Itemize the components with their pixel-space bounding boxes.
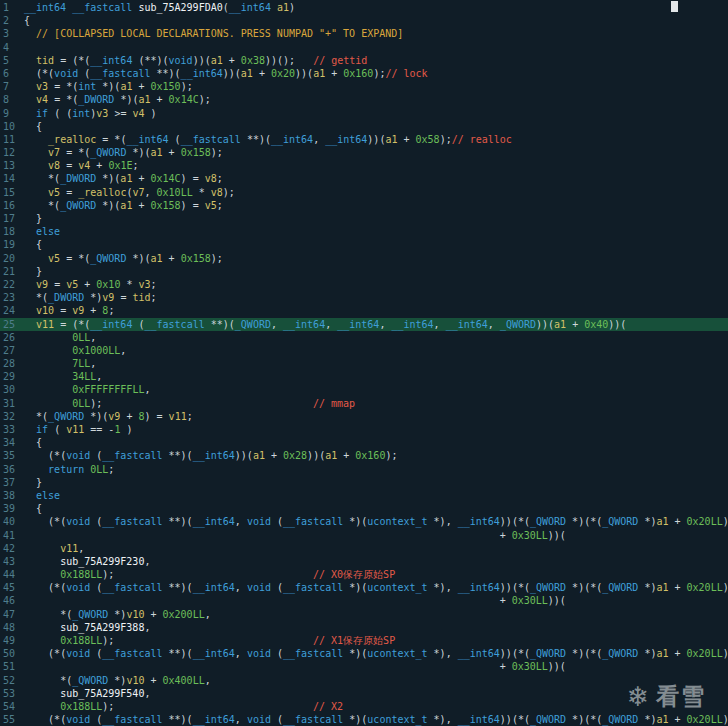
code-line[interactable]: 39 { — [0, 502, 728, 515]
code-token: a1 — [241, 68, 253, 79]
code-token: if — [36, 108, 48, 119]
code-line[interactable]: 12 v7 = *(_QWORD *)(a1 + 0x158); — [0, 146, 728, 159]
code-line[interactable]: 11 _realloc = *(__int64 (__fastcall **)(… — [0, 133, 728, 146]
code-token: , — [205, 609, 211, 620]
code-line[interactable]: 6 (*(void (__fastcall **)(__int64))(a1 +… — [0, 67, 728, 80]
code-line[interactable]: 45 (*(void (__fastcall **)(__int64, void… — [0, 581, 728, 594]
code-line[interactable]: 17 } — [0, 212, 728, 225]
code-line[interactable]: 8 v4 = *(_DWORD *)(a1 + 0x14C); — [0, 93, 728, 106]
code-line[interactable]: 48 sub_75A299F388, — [0, 621, 728, 634]
code-token: v11 — [169, 411, 187, 422]
code-token: ); — [211, 147, 223, 158]
code-token: , — [90, 332, 96, 343]
code-line[interactable]: 19 { — [0, 238, 728, 251]
code-line[interactable]: 30 0xFFFFFFFFLL, — [0, 383, 728, 396]
code-token: ; — [108, 305, 114, 316]
code-line[interactable]: 36 return 0LL; — [0, 463, 728, 476]
code-token: _QWORD — [602, 582, 638, 593]
code-token — [24, 503, 36, 514]
code-line[interactable]: 21 } — [0, 265, 728, 278]
code-line[interactable]: 47 *(_QWORD *)v10 + 0x200LL, — [0, 608, 728, 621]
code-line[interactable]: 4 — [0, 41, 728, 54]
code-line[interactable]: 55 (*(void (__fastcall **)(__int64, void… — [0, 713, 728, 726]
code-line[interactable]: 51 + 0x30LL))( — [0, 660, 728, 673]
code-token: _QWORD — [72, 609, 108, 620]
code-line[interactable]: 7 v3 = *(int *)(a1 + 0x150); — [0, 80, 728, 93]
code-line[interactable]: 26 0LL, — [0, 331, 728, 344]
code-line[interactable]: 53 sub_75A299F540, — [0, 687, 728, 700]
code-token: v8 — [211, 187, 223, 198]
code-token: *)( — [349, 516, 367, 527]
code-token: __int64 — [193, 648, 235, 659]
code-line[interactable]: 1__int64 __fastcall sub_75A299FDA0(__int… — [0, 1, 728, 14]
code-text: v7 = *(_QWORD *)(a1 + 0x158); — [24, 146, 223, 159]
code-line[interactable]: 16 *(_QWORD *)(a1 + 0x158) = v5; — [0, 199, 728, 212]
code-line[interactable]: 32 *(_QWORD *)(v9 + 8) = v11; — [0, 410, 728, 423]
code-token: ))( — [536, 319, 554, 330]
code-line[interactable]: 2{ — [0, 14, 728, 27]
code-line[interactable]: 34 { — [0, 436, 728, 449]
code-token — [24, 714, 48, 725]
code-line[interactable]: 13 v8 = v4 + 0x1E; — [0, 159, 728, 172]
code-text: + 0x30LL))( — [24, 529, 566, 542]
code-token: v4 — [132, 108, 144, 119]
code-line[interactable]: 22 v9 = v5 + 0x10 * v3; — [0, 278, 728, 291]
code-token: 0x20LL — [687, 648, 723, 659]
code-line[interactable]: 14 *(_DWORD *)(a1 + 0x14C) = v8; — [0, 172, 728, 185]
code-line[interactable]: 44 0x188LL); // X0保存原始SP — [0, 568, 728, 581]
code-token — [24, 292, 36, 303]
code-line[interactable]: 27 0x1000LL, — [0, 344, 728, 357]
code-line[interactable]: 10 { — [0, 120, 728, 133]
line-number: 29 — [0, 370, 24, 383]
code-line[interactable]: 31 0LL); // mmap — [0, 397, 728, 410]
code-token: __int64 — [271, 134, 313, 145]
code-token: *)(*( — [572, 516, 602, 527]
code-token: v4 — [78, 160, 90, 171]
code-token — [24, 384, 72, 395]
code-token: *)(*( — [572, 714, 602, 725]
code-line[interactable]: 37 } — [0, 476, 728, 489]
code-line[interactable]: 20 v5 = *(_QWORD *)(a1 + 0x158); — [0, 252, 728, 265]
code-line[interactable]: 42 v11, — [0, 542, 728, 555]
code-text: else — [24, 225, 60, 238]
code-token — [24, 516, 48, 527]
code-line[interactable]: 35 (*(void (__fastcall **)(__int64))(a1 … — [0, 449, 728, 462]
code-line[interactable]: 25 v11 = (*(__int64 (__fastcall **)(_QWO… — [0, 318, 728, 331]
code-line[interactable]: 29 34LL, — [0, 370, 728, 383]
line-number: 12 — [0, 146, 24, 159]
code-token — [24, 437, 36, 448]
code-token — [24, 319, 36, 330]
code-line[interactable]: 24 v10 = v9 + 8; — [0, 304, 728, 317]
code-line[interactable]: 38 else — [0, 489, 728, 502]
code-line[interactable]: 23 *(_DWORD *)v9 = tid; — [0, 291, 728, 304]
code-line[interactable]: 46 + 0x30LL))( — [0, 594, 728, 607]
code-line[interactable]: 9 if ( (int)v3 >= v4 ) — [0, 107, 728, 120]
code-line[interactable]: 33 if ( v11 == -1 ) — [0, 423, 728, 436]
code-token: _QWORD — [60, 200, 96, 211]
code-line[interactable]: 50 (*(void (__fastcall **)(__int64, void… — [0, 647, 728, 660]
code-line[interactable]: 18 else — [0, 225, 728, 238]
code-line[interactable]: 41 + 0x30LL))( — [0, 529, 728, 542]
code-line[interactable]: 28 7LL, — [0, 357, 728, 370]
code-token: 0x20LL — [687, 516, 723, 527]
code-line[interactable]: 54 0x188LL); // X2 — [0, 700, 728, 713]
line-number: 31 — [0, 397, 24, 410]
code-token: 0x20LL — [687, 582, 723, 593]
code-token: __int64 — [446, 319, 488, 330]
code-token: (*( — [48, 582, 66, 593]
code-line[interactable]: 52 *(_QWORD *)v10 + 0x400LL, — [0, 674, 728, 687]
code-line[interactable]: 3 // [COLLAPSED LOCAL DECLARATIONS. PRES… — [0, 27, 728, 40]
line-number: 25 — [0, 318, 24, 331]
code-token: _QWORD — [90, 147, 126, 158]
code-token: ))( — [295, 68, 313, 79]
code-token: a1 — [120, 200, 132, 211]
code-line[interactable]: 40 (*(void (__fastcall **)(__int64, void… — [0, 515, 728, 528]
code-token: __int64 — [283, 319, 325, 330]
code-line[interactable]: 15 v5 = _realloc(v7, 0x10LL * v8); — [0, 186, 728, 199]
code-line[interactable]: 43 sub_75A299F230, — [0, 555, 728, 568]
code-token: 0x10 — [96, 279, 120, 290]
line-number: 27 — [0, 344, 24, 357]
code-line[interactable]: 5 tid = (*(__int64 (**)(void))(a1 + 0x38… — [0, 54, 728, 67]
code-token: _QWORD — [235, 319, 271, 330]
code-line[interactable]: 49 0x188LL); // X1保存原始SP — [0, 634, 728, 647]
